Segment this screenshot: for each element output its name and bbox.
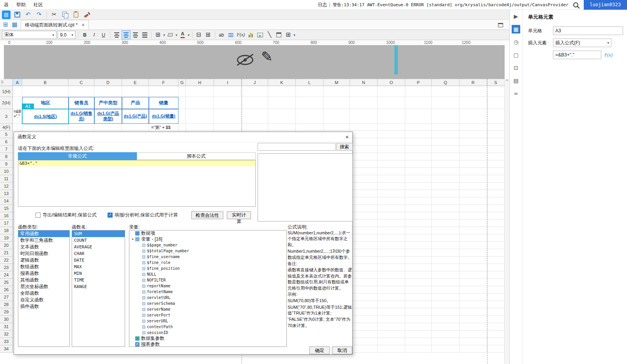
grid-cell[interactable] xyxy=(350,234,378,242)
grid-cell[interactable] xyxy=(459,86,487,97)
grid-cell[interactable] xyxy=(487,264,505,271)
unmerge-cells-button[interactable]: ⊞ xyxy=(204,31,212,39)
panel-toggle-icon[interactable] xyxy=(498,23,503,27)
grid-cell[interactable] xyxy=(459,97,487,109)
grid-cell[interactable] xyxy=(378,205,405,212)
grid-cell[interactable] xyxy=(405,308,432,316)
grid-cell[interactable] xyxy=(405,279,432,286)
grid-cell[interactable] xyxy=(378,234,405,242)
grid-cell[interactable] xyxy=(378,138,405,146)
row-header[interactable]: 16 xyxy=(0,212,13,220)
grid-cell[interactable] xyxy=(432,242,459,249)
grid-cell[interactable] xyxy=(350,138,378,146)
grid-cell[interactable] xyxy=(350,227,378,234)
menu-item-help[interactable]: 帮助 xyxy=(12,2,30,8)
grid-cell[interactable] xyxy=(487,109,505,124)
grid-cell[interactable] xyxy=(378,131,405,138)
grid-cell[interactable] xyxy=(487,138,505,146)
grid-cell[interactable] xyxy=(487,331,505,338)
grid-cell[interactable] xyxy=(296,109,323,124)
insert-chart-button[interactable] xyxy=(247,31,255,39)
column-header[interactable]: R xyxy=(459,79,487,86)
grid-cell[interactable] xyxy=(350,316,378,323)
grid-cell[interactable] xyxy=(459,138,487,146)
grid-cell[interactable] xyxy=(487,86,505,97)
grid-cell[interactable] xyxy=(432,308,459,316)
sheet-cell[interactable]: 产品 xyxy=(122,97,149,109)
grid-cell[interactable] xyxy=(459,279,487,286)
grid-cell[interactable] xyxy=(487,301,505,308)
grid-cell[interactable] xyxy=(296,86,323,97)
grid-cell[interactable] xyxy=(405,124,432,131)
grid-cell[interactable] xyxy=(405,138,432,146)
grid-cell[interactable] xyxy=(268,86,296,97)
design-canvas[interactable]: ✎ xyxy=(4,46,505,79)
column-header[interactable]: M xyxy=(323,79,350,86)
grid-cell[interactable] xyxy=(432,286,459,294)
grid-cell[interactable] xyxy=(432,153,459,160)
grid-cell[interactable] xyxy=(459,345,487,353)
grid-cell[interactable] xyxy=(432,97,459,109)
grid-cell[interactable] xyxy=(487,279,505,286)
function-name-item[interactable]: COUNT xyxy=(72,237,125,244)
grid-cell[interactable] xyxy=(487,197,505,205)
realtime-calc-button[interactable]: 实时计算 xyxy=(227,211,251,219)
italic-button[interactable]: I xyxy=(90,31,98,39)
font-size-select[interactable]: 9.0 ▾ xyxy=(58,31,76,39)
column-header[interactable]: D xyxy=(94,79,122,86)
grid-cell[interactable] xyxy=(432,109,459,124)
grid-cell[interactable] xyxy=(378,109,405,124)
grid-cell[interactable] xyxy=(405,323,432,331)
variable-item[interactable]: $$totalPage_number xyxy=(129,248,286,254)
column-header[interactable]: J xyxy=(242,79,268,86)
function-name-item[interactable]: MAX xyxy=(72,264,125,270)
grid-cell[interactable] xyxy=(378,160,405,168)
grid-cell[interactable] xyxy=(350,153,378,160)
sheet-cell[interactable]: ds1.G(产品类型) xyxy=(94,109,122,124)
row-header[interactable]: 22 xyxy=(0,257,13,264)
edit-pencil-icon[interactable]: ✎ xyxy=(261,49,273,65)
grid-cell[interactable] xyxy=(378,242,405,249)
search-icon[interactable] xyxy=(573,2,578,7)
grid-cell[interactable] xyxy=(405,86,432,97)
document-tab[interactable]: 移动端页面跳转测试.cpt * × xyxy=(21,20,89,30)
function-search-input[interactable] xyxy=(258,143,336,151)
sheet-cell[interactable]: 销售员 xyxy=(69,97,94,109)
grid-cell[interactable] xyxy=(350,323,378,331)
grid-cell[interactable] xyxy=(323,97,350,109)
grid-cell[interactable] xyxy=(432,331,459,338)
merge-cells-button[interactable]: ⊟ xyxy=(195,31,203,39)
row-header[interactable]: 30 xyxy=(0,316,13,323)
copy-button[interactable] xyxy=(60,10,70,19)
grid-cell[interactable] xyxy=(186,109,214,124)
grid-cell[interactable] xyxy=(459,175,487,183)
grid-cell[interactable] xyxy=(323,124,350,131)
row-header[interactable]: 33 xyxy=(0,338,13,345)
row-header[interactable]: 10 xyxy=(0,168,13,175)
grid-cell[interactable] xyxy=(13,124,22,131)
grid-cell[interactable] xyxy=(350,205,378,212)
grid-cell[interactable] xyxy=(487,286,505,294)
grid-cell[interactable] xyxy=(350,242,378,249)
variable-tree[interactable]: 数据项▾变量 - [16]$$page_number$$totalPage_nu… xyxy=(129,230,287,347)
row-header[interactable]: 8 xyxy=(0,153,13,160)
grid-cell[interactable] xyxy=(122,86,149,97)
align-left-button[interactable] xyxy=(113,31,121,39)
grid-cell[interactable] xyxy=(214,86,242,97)
grid-cell[interactable] xyxy=(350,279,378,286)
grid-cell[interactable] xyxy=(487,146,505,153)
grid-cell[interactable] xyxy=(432,279,459,286)
row-header[interactable]: 4(F) xyxy=(0,124,13,131)
row-header[interactable]: 23 xyxy=(0,264,13,271)
function-type-item[interactable]: 全部函数 xyxy=(18,290,69,297)
grid-cell[interactable] xyxy=(350,168,378,175)
grid-cell[interactable] xyxy=(432,264,459,271)
function-name-item[interactable]: DATE xyxy=(72,257,125,264)
grid-cell[interactable] xyxy=(487,257,505,264)
grid-cell[interactable] xyxy=(178,124,186,131)
variable-item[interactable]: formletName xyxy=(129,289,286,295)
grid-cell[interactable] xyxy=(487,338,505,345)
sheet-grid-icon[interactable]: ⊞ xyxy=(3,21,8,28)
grid-cell[interactable] xyxy=(350,331,378,338)
grid-cell[interactable] xyxy=(350,249,378,257)
